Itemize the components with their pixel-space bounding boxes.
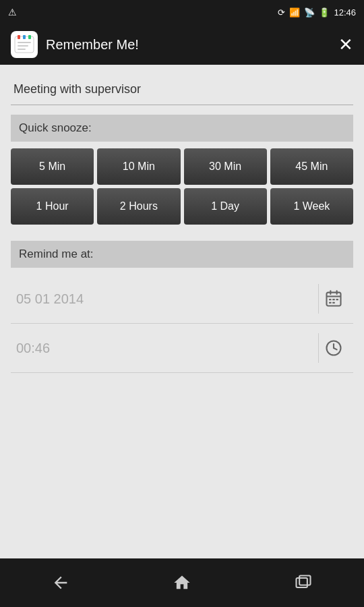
- clock-icon: [324, 339, 343, 357]
- main-content: Meeting with supervisor Quick snooze: 5 …: [0, 65, 364, 558]
- signal-icon: 📡: [304, 7, 315, 18]
- title-bar-left: Remember Me!: [11, 31, 139, 58]
- status-time: 12:46: [334, 7, 356, 18]
- svg-rect-4: [18, 42, 31, 43]
- home-button[interactable]: [162, 569, 202, 596]
- snooze-10min[interactable]: 10 Min: [97, 148, 180, 185]
- svg-rect-12: [332, 299, 335, 300]
- svg-rect-13: [336, 299, 338, 300]
- bottom-nav: [0, 558, 364, 607]
- date-row: 05 01 2014: [11, 274, 353, 324]
- back-icon: [51, 573, 70, 592]
- warning-icon: ⚠: [8, 7, 17, 18]
- battery-icon: 🔋: [319, 7, 330, 18]
- svg-rect-15: [332, 302, 335, 304]
- calendar-button[interactable]: [318, 284, 348, 314]
- title-bar: Remember Me! ✕: [0, 24, 364, 65]
- remind-section: Remind me at: 05 01 2014 00:46: [11, 241, 353, 373]
- svg-rect-11: [329, 299, 332, 300]
- snooze-2hours[interactable]: 2 Hours: [97, 188, 180, 225]
- calendar-icon: [324, 289, 343, 308]
- recent-apps-button[interactable]: [283, 569, 324, 596]
- quick-snooze-header: Quick snooze:: [11, 115, 353, 142]
- time-row: 00:46: [11, 324, 353, 373]
- time-value: 00:46: [16, 341, 313, 356]
- app-icon: [11, 31, 38, 58]
- snooze-5min[interactable]: 5 Min: [11, 148, 94, 185]
- status-bar-left: ⚠: [8, 7, 17, 18]
- svg-rect-14: [329, 302, 332, 304]
- snooze-1week[interactable]: 1 Week: [270, 188, 353, 225]
- svg-rect-20: [299, 576, 310, 585]
- remind-header: Remind me at:: [11, 241, 353, 268]
- svg-rect-5: [18, 45, 28, 47]
- wifi-icon: 📶: [289, 7, 300, 18]
- svg-line-18: [334, 348, 337, 349]
- rotate-icon: ⟳: [278, 7, 285, 18]
- status-bar: ⚠ ⟳ 📶 📡 🔋 12:46: [0, 0, 364, 24]
- snooze-45min[interactable]: 45 Min: [270, 148, 353, 185]
- clock-button[interactable]: [318, 333, 348, 363]
- snooze-30min[interactable]: 30 Min: [184, 148, 267, 185]
- close-button[interactable]: ✕: [338, 36, 353, 53]
- svg-rect-2: [23, 35, 26, 39]
- snooze-1day[interactable]: 1 Day: [184, 188, 267, 225]
- svg-rect-6: [18, 49, 26, 50]
- home-icon: [173, 573, 191, 592]
- snooze-grid: 5 Min 10 Min 30 Min 45 Min 1 Hour 2 Hour…: [11, 148, 353, 225]
- app-title: Remember Me!: [46, 37, 139, 53]
- status-bar-right: ⟳ 📶 📡 🔋 12:46: [278, 7, 356, 18]
- snooze-1hour[interactable]: 1 Hour: [11, 188, 94, 225]
- back-button[interactable]: [40, 569, 81, 596]
- date-value: 05 01 2014: [16, 291, 313, 307]
- svg-rect-1: [18, 35, 20, 39]
- meeting-title: Meeting with supervisor: [11, 77, 353, 105]
- svg-rect-3: [28, 35, 31, 39]
- svg-rect-19: [297, 578, 307, 587]
- recent-icon: [294, 573, 313, 592]
